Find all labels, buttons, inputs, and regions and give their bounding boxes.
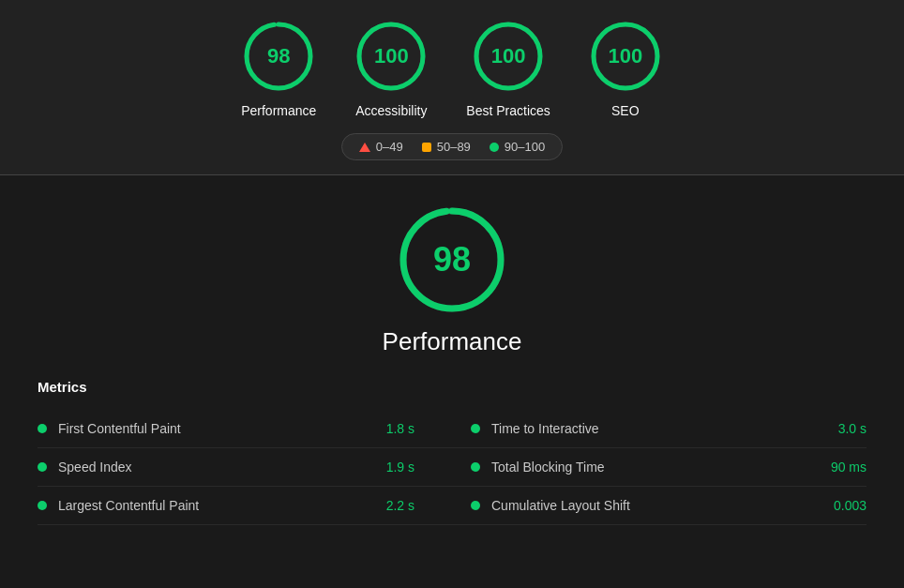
legend-item-green: 90–100 bbox=[490, 140, 545, 154]
score-value-accessibility: 100 bbox=[374, 44, 409, 68]
main-performance-title: Performance bbox=[383, 327, 522, 356]
metric-value-tti: 3.0 s bbox=[810, 421, 866, 436]
legend-range-orange: 50–89 bbox=[437, 140, 471, 154]
metric-value-tbt: 90 ms bbox=[810, 460, 866, 475]
metrics-header: Metrics bbox=[38, 379, 866, 395]
metric-row-tti: Time to Interactive 3.0 s bbox=[452, 410, 866, 448]
circle-icon bbox=[490, 143, 499, 152]
metric-dot-cls bbox=[471, 501, 480, 510]
big-score-value: 98 bbox=[433, 240, 471, 279]
gauge-accessibility: 100 bbox=[354, 19, 429, 94]
score-label-seo: SEO bbox=[611, 103, 640, 118]
metric-value-cls: 0.003 bbox=[810, 498, 866, 513]
score-label-performance: Performance bbox=[241, 103, 316, 118]
metric-name-cls: Cumulative Layout Shift bbox=[491, 498, 810, 513]
metric-value-si: 1.9 s bbox=[358, 460, 414, 475]
score-value-best-practices: 100 bbox=[491, 44, 526, 68]
legend-range-green: 90–100 bbox=[505, 140, 545, 154]
big-gauge: 98 bbox=[396, 204, 508, 316]
gauge-performance: 98 bbox=[241, 19, 316, 94]
legend-item-orange: 50–89 bbox=[422, 140, 471, 154]
metric-row-tbt: Total Blocking Time 90 ms bbox=[452, 448, 866, 487]
metric-dot-fcp bbox=[38, 424, 47, 433]
score-item-performance: 98 Performance bbox=[241, 19, 316, 118]
gauge-best-practices: 100 bbox=[471, 19, 546, 94]
score-label-accessibility: Accessibility bbox=[355, 103, 427, 118]
metric-row-lcp: Largest Contentful Paint 2.2 s bbox=[38, 487, 452, 525]
metric-dot-tti bbox=[471, 424, 480, 433]
metrics-grid: First Contentful Paint 1.8 s Speed Index… bbox=[38, 410, 866, 525]
score-value-seo: 100 bbox=[608, 44, 642, 68]
metric-name-tbt: Total Blocking Time bbox=[491, 460, 810, 475]
score-value-performance: 98 bbox=[267, 44, 290, 68]
metrics-right-col: Time to Interactive 3.0 s Total Blocking… bbox=[452, 410, 866, 525]
metric-dot-tbt bbox=[471, 462, 480, 472]
scores-row: 98 Performance 100 Accessibility bbox=[241, 19, 663, 118]
metrics-section: Metrics First Contentful Paint 1.8 s Spe… bbox=[38, 379, 866, 525]
metric-row-fcp: First Contentful Paint 1.8 s bbox=[38, 410, 452, 448]
legend: 0–49 50–89 90–100 bbox=[341, 133, 563, 160]
metric-name-fcp: First Contentful Paint bbox=[58, 421, 358, 436]
score-item-best-practices: 100 Best Practices bbox=[466, 19, 550, 118]
legend-item-red: 0–49 bbox=[359, 140, 403, 154]
metric-row-si: Speed Index 1.9 s bbox=[38, 448, 452, 487]
metric-value-lcp: 2.2 s bbox=[358, 498, 414, 513]
main-section: 98 Performance Metrics First Contentful … bbox=[0, 175, 904, 553]
metric-value-fcp: 1.8 s bbox=[358, 421, 414, 436]
metric-name-tti: Time to Interactive bbox=[491, 421, 810, 436]
triangle-icon bbox=[359, 143, 370, 152]
metric-name-si: Speed Index bbox=[58, 460, 358, 475]
score-item-seo: 100 SEO bbox=[588, 19, 663, 118]
metrics-left-col: First Contentful Paint 1.8 s Speed Index… bbox=[38, 410, 452, 525]
score-label-best-practices: Best Practices bbox=[466, 103, 550, 118]
metric-dot-si bbox=[38, 462, 47, 472]
legend-range-red: 0–49 bbox=[376, 140, 403, 154]
score-item-accessibility: 100 Accessibility bbox=[354, 19, 429, 118]
top-section: 98 Performance 100 Accessibility bbox=[0, 0, 904, 175]
metric-row-cls: Cumulative Layout Shift 0.003 bbox=[452, 487, 866, 525]
metric-dot-lcp bbox=[38, 501, 47, 510]
square-icon bbox=[422, 143, 431, 152]
metric-name-lcp: Largest Contentful Paint bbox=[58, 498, 358, 513]
gauge-seo: 100 bbox=[588, 19, 663, 94]
